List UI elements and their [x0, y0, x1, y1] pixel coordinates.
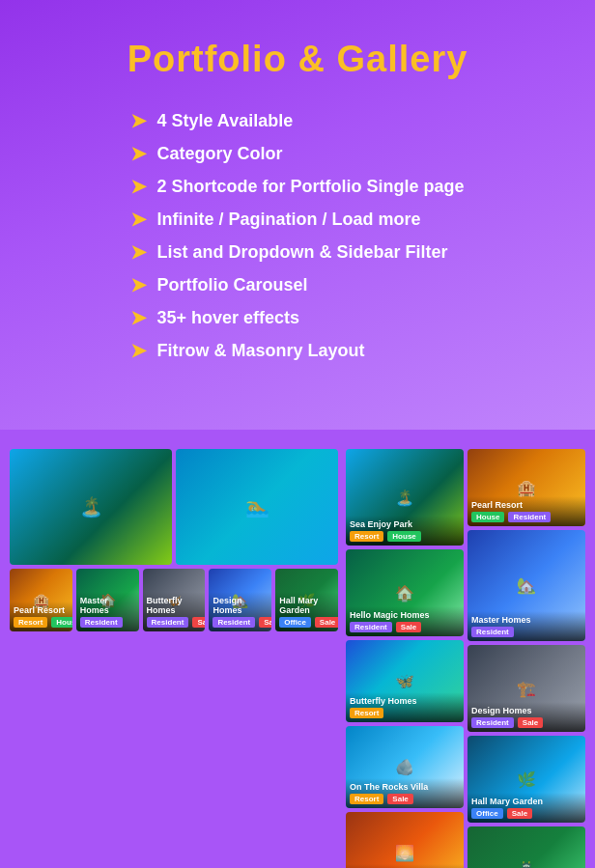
hero-section: Portfolio & Gallery ➤ 4 Style Available … — [0, 0, 595, 430]
feature-item-7: ➤ 35+ hover effects — [130, 306, 464, 329]
butterfly-homes-thumb: 🦋 Butterfly Homes Resident Sale — [143, 569, 206, 631]
hello-magic-homes-img: 🏊 Resident Sale Hello Magic Homes — [176, 449, 338, 565]
feature-item-8: ➤ Fitrow & Masonry Layout — [130, 339, 464, 362]
right-masonry-panel: 🏝️ Sea Enjoy Park Resort House 🏠 Hello M… — [346, 449, 585, 868]
masonry-col-2: 🏨 Pearl Resort House Resident 🏡 Master H… — [468, 449, 585, 868]
features-list: ➤ 4 Style Available ➤ Category Color ➤ 2… — [130, 109, 464, 372]
feature-item-3: ➤ 2 Shortcode for Portfolio Single page — [130, 175, 464, 198]
main-title: Portfolio & Gallery — [48, 39, 547, 80]
masonry-pearl-resort: 🏨 Pearl Resort House Resident — [468, 449, 585, 526]
arrow-icon-8: ➤ — [130, 339, 147, 362]
master-homes-thumb: 🏠 Master Homes Resident — [76, 569, 139, 631]
sea-enjoy-park-img: 🏝️ Resort House Sea Enjoy Park — [10, 449, 172, 565]
arrow-icon-6: ➤ — [130, 273, 147, 296]
masonry-col-1: 🏝️ Sea Enjoy Park Resort House 🏠 Hello M… — [346, 449, 464, 868]
feature-item-6: ➤ Portfolio Carousel — [130, 273, 464, 296]
masonry-master-homes: 🏡 Master Homes Resident — [468, 530, 585, 641]
feature-item-1: ➤ 4 Style Available — [130, 109, 464, 132]
arrow-icon-5: ➤ — [130, 240, 147, 264]
masonry-butterfly: 🦋 Butterfly Homes Resort — [346, 640, 464, 722]
arrow-icon-4: ➤ — [130, 208, 147, 231]
arrow-icon-2: ➤ — [130, 142, 147, 165]
feature-item-2: ➤ Category Color — [130, 142, 464, 165]
masonry-sea-enjoy: 🏝️ Sea Enjoy Park Resort House — [346, 449, 464, 546]
pearl-resort-thumb: 🏨 Pearl Resort Resort House — [10, 569, 72, 631]
design-homes-thumb: 🏡 Design Homes Resident Sale — [209, 569, 271, 631]
masonry-lahit-garden: 🏯 Lahit Garden Mordan House — [468, 826, 585, 868]
arrow-icon-1: ➤ — [130, 109, 147, 132]
masonry-hello-magic: 🏠 Hello Magic Homes Resident Sale — [346, 549, 464, 636]
arrow-icon-7: ➤ — [130, 306, 147, 329]
left-panel: 🏝️ Resort House Sea Enjoy Park 🏊 Residen… — [10, 449, 338, 868]
masonry-on-rocks: 🪨 On The Rocks Villa Resort Sale — [346, 726, 464, 808]
hall-mary-garden-thumb: 🌿 Hall Mary Garden Office Sale — [275, 569, 338, 631]
gallery-section: 🏝️ Resort House Sea Enjoy Park 🏊 Residen… — [0, 430, 595, 868]
masonry-hall-mary: 🌿 Hall Mary Garden Office Sale — [468, 736, 585, 823]
masonry-design-homes: 🏗️ Design Homes Resident Sale — [468, 645, 585, 732]
feature-item-5: ➤ List and Dropdown & Sidebar Filter — [130, 240, 464, 264]
top-images: 🏝️ Resort House Sea Enjoy Park 🏊 Residen… — [10, 449, 338, 565]
arrow-icon-3: ➤ — [130, 175, 147, 198]
masonry-sangar: 🌅 Sangar Secret Homes Resort — [346, 812, 464, 868]
feature-item-4: ➤ Infinite / Pagination / Load more — [130, 208, 464, 231]
small-thumbs-row: 🏨 Pearl Resort Resort House 🏠 Master Hom… — [10, 569, 338, 631]
gallery-row-1: 🏝️ Resort House Sea Enjoy Park 🏊 Residen… — [10, 449, 585, 868]
